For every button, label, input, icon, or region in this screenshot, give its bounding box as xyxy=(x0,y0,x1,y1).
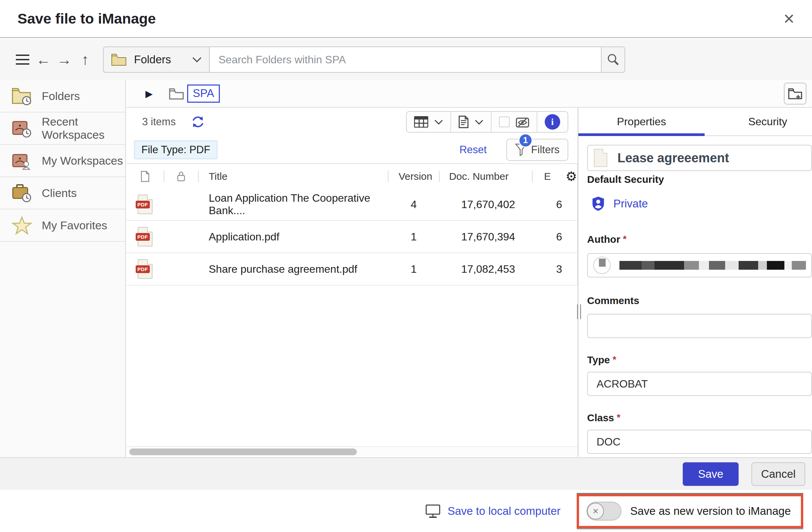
location-label: Folders xyxy=(134,53,171,66)
table-row[interactable]: PDF Share purchase agreement.pdf 1 17,08… xyxy=(127,253,577,286)
search-input[interactable] xyxy=(209,46,601,73)
chevron-down-icon xyxy=(192,57,202,62)
save-new-version-highlight: × Save as new version to iManage xyxy=(577,494,803,528)
required-asterisk: * xyxy=(623,234,626,244)
back-button[interactable]: ← xyxy=(33,49,54,70)
save-to-local-label: Save to local computer xyxy=(447,505,561,518)
breadcrumb: ▶ SPA xyxy=(127,80,812,108)
star-icon xyxy=(12,216,32,235)
column-header-edit[interactable]: E xyxy=(533,171,565,182)
sidebar-item-folders[interactable]: Folders xyxy=(0,80,125,113)
menu-icon[interactable] xyxy=(12,49,33,70)
workspace-recent-icon xyxy=(12,119,32,138)
file-type-column-icon[interactable] xyxy=(127,171,164,182)
author-field[interactable] xyxy=(587,253,812,277)
hide-preview-icon[interactable] xyxy=(516,116,529,128)
back-arrow-icon: ← xyxy=(36,52,51,67)
select-all-checkbox[interactable] xyxy=(499,116,510,127)
type-field[interactable]: ACROBAT xyxy=(587,372,812,396)
sidebar: Folders Recent Workspaces My Workspaces … xyxy=(0,80,126,457)
info-button[interactable]: i xyxy=(537,112,568,132)
panel-resize-handle[interactable] xyxy=(577,304,581,319)
column-settings-gear-icon[interactable]: ⚙ xyxy=(566,169,577,184)
table-header: Title Version Doc. Number E ⚙ xyxy=(127,164,577,189)
refresh-button[interactable] xyxy=(190,114,206,130)
sidebar-item-label: Recent Workspaces xyxy=(42,115,125,141)
class-value: DOC xyxy=(596,436,621,448)
type-label: Type* xyxy=(587,354,812,366)
navigation-toolbar: ← → ↑ Folders xyxy=(0,39,812,80)
filter-bar: File Type: PDF Reset 1 Filters xyxy=(127,136,578,164)
author-avatar xyxy=(593,257,611,274)
column-header-title[interactable]: Title xyxy=(199,171,388,182)
required-asterisk: * xyxy=(613,354,617,365)
security-value-label: Private xyxy=(613,197,648,210)
file-table: Title Version Doc. Number E ⚙ PDF xyxy=(127,164,578,286)
forward-button[interactable]: → xyxy=(54,49,75,70)
close-icon[interactable]: × xyxy=(783,9,795,28)
tab-properties[interactable]: Properties xyxy=(578,108,705,135)
pdf-file-icon: PDF xyxy=(127,195,164,214)
column-header-version[interactable]: Version xyxy=(389,171,439,182)
refresh-icon xyxy=(190,114,205,129)
save-button[interactable]: Save xyxy=(683,462,739,486)
type-value: ACROBAT xyxy=(596,378,648,390)
table-row[interactable]: PDF Loan Application The Cooperative Ban… xyxy=(127,189,577,221)
file-version: 1 xyxy=(401,263,451,275)
tab-security[interactable]: Security xyxy=(705,108,812,135)
up-button[interactable]: ↑ xyxy=(75,49,96,70)
breadcrumb-folder-icon xyxy=(169,88,184,100)
file-edit-value: 3 xyxy=(545,263,577,275)
table-row[interactable]: PDF Application.pdf 1 17,670,394 6 xyxy=(127,221,577,253)
document-icon xyxy=(459,115,469,128)
file-list-pane: 3 items xyxy=(127,108,578,457)
file-doc-number: 17,670,394 xyxy=(452,231,544,243)
briefcase-recent-icon xyxy=(12,184,32,202)
filters-button[interactable]: 1 Filters xyxy=(506,139,568,161)
horizontal-scrollbar xyxy=(127,446,578,457)
pdf-file-icon: PDF xyxy=(127,227,164,246)
expand-caret-icon[interactable]: ▶ xyxy=(145,88,153,99)
sidebar-item-recent-workspaces[interactable]: Recent Workspaces xyxy=(0,113,125,145)
file-version: 1 xyxy=(401,231,451,243)
toggle-off-knob: × xyxy=(587,503,604,519)
sidebar-item-label: Folders xyxy=(42,89,80,103)
breadcrumb-folder-link[interactable]: SPA xyxy=(187,85,220,103)
items-count: 3 items xyxy=(142,116,176,128)
file-doc-number: 17,670,402 xyxy=(452,198,544,211)
table-view-button[interactable] xyxy=(407,112,450,132)
sidebar-item-my-favorites[interactable]: My Favorites xyxy=(0,210,125,242)
dialog-action-bar: Save Cancel xyxy=(0,457,812,490)
column-header-doc-number[interactable]: Doc. Number xyxy=(440,171,532,182)
save-new-version-toggle[interactable]: × xyxy=(586,502,622,520)
search-button[interactable] xyxy=(601,46,625,73)
chevron-down-icon xyxy=(434,119,443,125)
filter-chip[interactable]: File Type: PDF xyxy=(134,140,217,159)
class-field[interactable]: DOC xyxy=(587,430,812,454)
sidebar-item-clients[interactable]: Clients xyxy=(0,177,125,210)
filters-label: Filters xyxy=(531,144,560,156)
cancel-button[interactable]: Cancel xyxy=(751,462,805,486)
location-dropdown[interactable]: Folders xyxy=(103,46,209,73)
default-security-value[interactable]: Private xyxy=(592,196,812,212)
lock-column-icon[interactable] xyxy=(164,171,198,182)
new-folder-button[interactable] xyxy=(784,83,807,105)
save-to-local-link[interactable]: Save to local computer xyxy=(425,504,561,518)
reset-filters-link[interactable]: Reset xyxy=(460,144,487,156)
dialog-header: Save file to iManage × xyxy=(0,0,812,38)
horizontal-scrollbar-thumb[interactable] xyxy=(129,448,357,455)
sidebar-item-my-workspaces[interactable]: My Workspaces xyxy=(0,145,125,177)
comments-label: Comments xyxy=(587,295,812,306)
document-icon xyxy=(594,149,607,167)
class-label: Class* xyxy=(587,412,812,423)
file-version: 4 xyxy=(401,198,451,211)
document-name-field[interactable]: Lease agreeement xyxy=(587,145,812,171)
document-view-button[interactable] xyxy=(450,112,491,132)
up-arrow-icon: ↑ xyxy=(82,52,89,67)
workspace-user-icon xyxy=(12,151,32,170)
forward-arrow-icon: → xyxy=(57,52,72,67)
comments-field[interactable] xyxy=(587,314,812,338)
list-toolbar: 3 items xyxy=(127,108,578,136)
author-label: Author* xyxy=(587,234,812,245)
sidebar-item-label: My Favorites xyxy=(42,219,107,232)
